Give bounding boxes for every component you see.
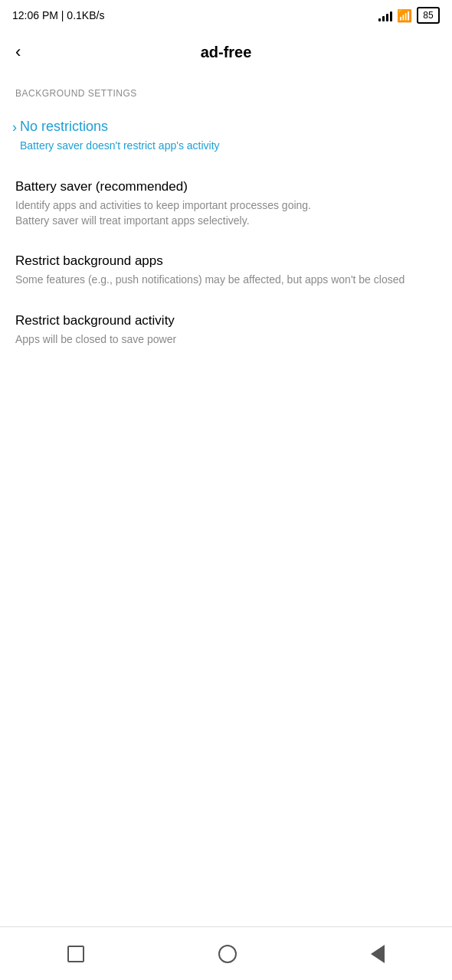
option-description: Identify apps and activities to keep imp…	[15, 198, 437, 228]
option-restrict-apps[interactable]: Restrict background apps Some features (…	[0, 240, 452, 300]
option-restrict-activity[interactable]: Restrict background activity Apps will b…	[0, 300, 452, 360]
status-time: 12:06 PM | 0.1KB/s	[12, 9, 104, 21]
signal-icon	[378, 9, 392, 21]
home-button[interactable]	[218, 945, 237, 963]
option-content: No restrictions Battery saver doesn't re…	[20, 118, 437, 154]
option-description: Battery saver doesn't restrict app's act…	[20, 139, 437, 154]
battery-indicator: 85	[417, 7, 440, 24]
section-label: BACKGROUND SETTINGS	[15, 88, 137, 99]
option-title: Restrict background activity	[15, 312, 437, 329]
option-title: No restrictions	[20, 118, 437, 136]
page-title: ad-free	[201, 44, 252, 61]
home-icon	[218, 945, 237, 963]
wifi-icon: 📶	[397, 8, 412, 23]
option-description: Some features (e.g., push notifications)…	[15, 273, 437, 288]
option-content: Battery saver (recommended) Identify app…	[15, 178, 437, 228]
top-nav: ‹ ad-free	[0, 31, 452, 74]
recent-apps-button[interactable]	[67, 946, 84, 962]
option-description: Apps will be closed to save power	[15, 332, 437, 348]
nav-bar	[0, 926, 452, 980]
status-icons: 📶 85	[378, 7, 440, 24]
option-no-restrictions[interactable]: › No restrictions Battery saver doesn't …	[0, 106, 452, 166]
recent-icon	[67, 946, 84, 962]
back-button[interactable]: ‹	[12, 39, 24, 65]
section-header: BACKGROUND SETTINGS	[0, 74, 452, 106]
option-title: Restrict background apps	[15, 253, 437, 270]
option-content: Restrict background apps Some features (…	[15, 253, 437, 288]
option-content: Restrict background activity Apps will b…	[15, 312, 437, 348]
option-title: Battery saver (recommended)	[15, 178, 437, 195]
status-bar: 12:06 PM | 0.1KB/s 📶 85	[0, 0, 452, 31]
back-icon	[371, 945, 385, 963]
chevron-right-icon: ›	[12, 119, 17, 136]
options-list: › No restrictions Battery saver doesn't …	[0, 106, 452, 360]
option-battery-saver[interactable]: Battery saver (recommended) Identify app…	[0, 166, 452, 240]
back-nav-button[interactable]	[371, 945, 385, 963]
